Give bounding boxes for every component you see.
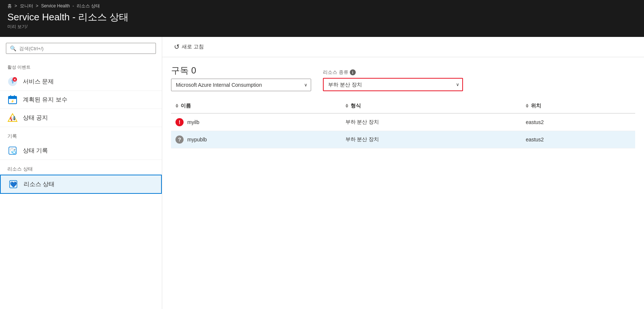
service-issue-icon: ⚕ ✕ xyxy=(7,76,18,87)
resource-health-icon: 💙 xyxy=(8,179,18,189)
col-header-name[interactable]: 이름 xyxy=(171,97,341,113)
sidebar-item-health-notice-label: 상태 공지 xyxy=(23,114,48,122)
svg-rect-5 xyxy=(8,96,17,99)
planned-maintenance-icon: ⚡ xyxy=(7,95,18,105)
refresh-icon: ↺ xyxy=(174,43,180,51)
sidebar-item-resource-health-label: 리소스 상태 xyxy=(24,181,55,188)
type-sort-icon[interactable] xyxy=(345,104,348,108)
cell-name-row1: ! myilb xyxy=(171,113,341,131)
breadcrumb: 홈 > 모니터 > Service Health - 리소스 상태 xyxy=(7,3,637,9)
subscription-dropdown[interactable]: Microsoft Azure Internal Consumption xyxy=(171,79,311,91)
search-input[interactable] xyxy=(19,46,152,51)
location-sort-icon[interactable] xyxy=(526,104,529,108)
svg-text:💙: 💙 xyxy=(10,181,17,188)
breadcrumb-service-health[interactable]: Service Health xyxy=(41,3,70,8)
subscription-dropdown-wrapper: Microsoft Azure Internal Consumption ∨ xyxy=(171,79,311,91)
refresh-button[interactable]: ↺ 새로 고침 xyxy=(171,41,207,53)
table-row[interactable]: ? mypublb 부하 분산 장치 eastus2 xyxy=(171,131,635,148)
sidebar-item-health-notice[interactable]: 📢 상태 공지 xyxy=(0,109,162,127)
page-subtitle: 미리 보기/ xyxy=(7,24,637,30)
cell-location-row1: eastus2 xyxy=(521,113,635,131)
sidebar: 🔍 활성 이벤트 ⚕ ✕ 서비스 문제 xyxy=(0,37,162,309)
row-name-row2[interactable]: mypublb xyxy=(187,137,207,143)
table-container: 이름 형식 xyxy=(162,97,644,148)
sidebar-item-resource-health[interactable]: 💙 리소스 상태 xyxy=(0,175,162,194)
table-header-row: 이름 형식 xyxy=(171,97,635,113)
col-type-label: 형식 xyxy=(351,103,361,109)
subscription-filter-label: 구독 0 xyxy=(171,65,311,76)
cell-location-row2: eastus2 xyxy=(521,131,635,148)
cell-name-row2: ? mypublb xyxy=(171,131,341,148)
refresh-label: 새로 고침 xyxy=(182,44,204,50)
col-name-label: 이름 xyxy=(181,103,191,109)
resource-type-dropdown[interactable]: 부하 분산 장치 xyxy=(323,78,463,91)
col-header-location[interactable]: 위치 xyxy=(521,97,635,113)
sidebar-item-service-issue-label: 서비스 문제 xyxy=(23,78,54,86)
breadcrumb-home[interactable]: 홈 xyxy=(7,3,12,8)
health-notice-icon: 📢 xyxy=(7,113,18,123)
cell-type-row2: 부하 분산 장치 xyxy=(341,131,522,148)
svg-text:✕: ✕ xyxy=(13,78,16,82)
svg-text:🩺: 🩺 xyxy=(10,148,16,154)
name-sort-icon[interactable] xyxy=(175,104,178,108)
resource-type-dropdown-wrapper: 부하 분산 장치 ∨ xyxy=(323,78,463,91)
section-label-active-events: 활성 이벤트 xyxy=(0,61,162,73)
page-title: Service Health - 리소스 상태 xyxy=(7,11,637,23)
section-label-resource-health: 리소스 상태 xyxy=(0,160,162,175)
search-icon: 🔍 xyxy=(10,45,16,51)
breadcrumb-resource-health: 리소스 상태 xyxy=(77,3,100,8)
status-icon-row2: ? xyxy=(175,135,184,144)
sidebar-item-planned-maintenance[interactable]: ⚡ 계획된 유지 보수 xyxy=(0,91,162,109)
sidebar-item-service-issue[interactable]: ⚕ ✕ 서비스 문제 xyxy=(0,73,162,91)
resource-type-filter-label: 리소스 종류 i xyxy=(323,69,463,76)
sidebar-item-health-history[interactable]: 🩺 상태 기록 xyxy=(0,142,162,160)
main-layout: 🔍 활성 이벤트 ⚕ ✕ 서비스 문제 xyxy=(0,37,644,309)
filters-row: 구독 0 Microsoft Azure Internal Consumptio… xyxy=(162,57,644,97)
row-name-row1[interactable]: myilb xyxy=(187,119,199,125)
top-bar: 홈 > 모니터 > Service Health - 리소스 상태 Servic… xyxy=(0,0,644,37)
col-header-type[interactable]: 형식 xyxy=(341,97,522,113)
resource-type-info-icon: i xyxy=(350,69,356,75)
svg-text:⚡: ⚡ xyxy=(11,99,14,103)
sidebar-item-health-history-label: 상태 기록 xyxy=(23,147,48,155)
search-box[interactable]: 🔍 xyxy=(6,43,156,54)
health-history-icon: 🩺 xyxy=(7,145,18,156)
status-icon-row1: ! xyxy=(175,118,184,126)
toolbar: ↺ 새로 고침 xyxy=(162,37,644,57)
table-row[interactable]: ! myilb 부하 분산 장치 eastus2 xyxy=(171,113,635,131)
sidebar-item-planned-maintenance-label: 계획된 유지 보수 xyxy=(23,96,67,104)
resource-type-label-text: 리소스 종류 xyxy=(323,69,348,76)
subscription-count: 구독 0 xyxy=(171,65,196,76)
col-location-label: 위치 xyxy=(531,103,541,109)
resource-table: 이름 형식 xyxy=(171,97,635,148)
subscription-filter-group: 구독 0 Microsoft Azure Internal Consumptio… xyxy=(171,65,311,91)
cell-type-row1: 부하 분산 장치 xyxy=(341,113,522,131)
section-label-history: 기록 xyxy=(0,127,162,142)
resource-type-filter-group: 리소스 종류 i 부하 분산 장치 ∨ xyxy=(323,69,463,91)
breadcrumb-monitor[interactable]: 모니터 xyxy=(20,3,33,8)
content-area: ↺ 새로 고침 구독 0 Microsoft Azure Internal Co… xyxy=(162,37,644,309)
svg-text:📢: 📢 xyxy=(10,115,16,121)
